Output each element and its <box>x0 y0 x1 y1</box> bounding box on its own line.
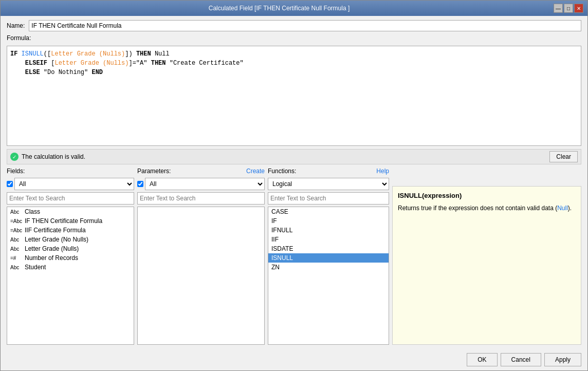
valid-checkmark-icon: ✓ <box>10 153 19 161</box>
info-panel: ISNULL(expression) Returns true if the e… <box>392 168 581 345</box>
close-button[interactable]: ✕ <box>574 4 583 13</box>
function-name: IF <box>271 217 277 225</box>
name-row: Name: <box>7 20 581 31</box>
params-label: Parameters: <box>137 168 171 175</box>
field-name: Student <box>25 264 46 271</box>
fields-label: Fields: <box>7 168 25 175</box>
function-name: IIF <box>271 236 279 243</box>
field-type-icon: Abc <box>10 246 23 252</box>
calculated-field-dialog: Calculated Field [IF THEN Certificate Nu… <box>0 0 588 371</box>
function-name: IFNULL <box>271 227 292 234</box>
list-item[interactable]: ISDATE <box>268 244 389 253</box>
field-name: IIF Certificate Formula <box>25 227 86 234</box>
field-type-icon: =Abc <box>10 228 23 233</box>
fields-panel: Fields: All Abc Class =Abc IF <box>7 168 134 345</box>
fields-filter-select[interactable]: All <box>14 178 134 190</box>
function-name: ZN <box>271 264 280 271</box>
functions-list: CASE IF IFNULL IIF ISDATE ISNU <box>268 207 389 345</box>
params-all-checkbox[interactable] <box>137 181 143 187</box>
field-name: IF THEN Certificate Formula <box>25 217 102 225</box>
footer: OK Cancel Apply <box>1 349 587 370</box>
params-filter-select[interactable]: All <box>145 178 265 190</box>
ok-button[interactable]: OK <box>467 353 497 366</box>
list-item[interactable]: CASE <box>268 207 389 216</box>
info-panel-content: ISNULL(expression) Returns true if the e… <box>392 186 581 345</box>
apply-button[interactable]: Apply <box>544 353 581 366</box>
list-item[interactable]: Abc Class <box>7 207 134 216</box>
list-item[interactable]: Abc Letter Grade (No Nulls) <box>7 235 134 244</box>
formula-label: Formula: <box>7 34 581 42</box>
function-name: CASE <box>271 208 288 215</box>
function-name: ISDATE <box>271 245 293 252</box>
title-bar-controls: — □ ✕ <box>554 4 583 13</box>
field-type-icon: Abc <box>10 237 23 243</box>
params-list <box>137 207 265 345</box>
params-panel-header: Parameters: Create <box>137 168 265 175</box>
list-item[interactable]: ZN <box>268 263 389 272</box>
list-item[interactable]: IF <box>268 216 389 226</box>
fields-filter-row: All <box>7 178 134 190</box>
field-type-icon: Abc <box>10 209 23 215</box>
info-description: Returns true if the expression does not … <box>398 203 576 213</box>
null-link[interactable]: Null <box>557 205 568 212</box>
minimize-button[interactable]: — <box>554 4 563 13</box>
list-item[interactable]: Abc Student <box>7 263 134 272</box>
function-name: ISNULL <box>271 254 293 262</box>
status-valid: ✓ The calculation is valid. <box>10 153 85 161</box>
functions-panel: Functions: Help Logical CASE IF IFNULL <box>268 168 389 345</box>
name-label: Name: <box>7 22 25 29</box>
list-item[interactable]: Abc Letter Grade (Nulls) <box>7 244 134 253</box>
fields-list: Abc Class =Abc IF THEN Certificate Formu… <box>7 207 134 345</box>
name-input[interactable] <box>29 20 581 31</box>
info-function-name: ISNULL(expression) <box>398 192 576 199</box>
field-type-icon: Abc <box>10 265 23 270</box>
window-title: Calculated Field [IF THEN Certificate Nu… <box>5 5 554 12</box>
params-search-input[interactable] <box>137 192 265 205</box>
list-item[interactable]: IFNULL <box>268 226 389 235</box>
dialog-content: Name: Formula: IF ISNULL([Letter Grade (… <box>1 16 587 349</box>
field-name: Letter Grade (No Nulls) <box>25 236 88 243</box>
list-item[interactable]: =# Number of Records <box>7 253 134 263</box>
clear-button[interactable]: Clear <box>549 151 578 162</box>
field-name: Number of Records <box>25 254 78 262</box>
cancel-button[interactable]: Cancel <box>501 353 541 366</box>
field-name: Letter Grade (Nulls) <box>25 245 79 252</box>
panels-row: Fields: All Abc Class =Abc IF <box>7 168 581 345</box>
functions-label: Functions: <box>268 168 296 175</box>
list-item[interactable]: IIF <box>268 235 389 244</box>
list-item-selected[interactable]: ISNULL <box>268 253 389 263</box>
valid-text: The calculation is valid. <box>22 153 85 160</box>
field-type-icon: =Abc <box>10 218 23 224</box>
functions-panel-header: Functions: Help <box>268 168 389 175</box>
fields-search-input[interactable] <box>7 192 134 205</box>
fields-panel-header: Fields: <box>7 168 134 175</box>
status-bar: ✓ The calculation is valid. Clear <box>7 149 581 164</box>
formula-editor[interactable]: IF ISNULL([Letter Grade (Nulls)]) THEN N… <box>7 46 581 146</box>
list-item[interactable]: =Abc IIF Certificate Formula <box>7 226 134 235</box>
help-link[interactable]: Help <box>376 168 389 175</box>
maximize-button[interactable]: □ <box>564 4 573 13</box>
field-type-icon: =# <box>10 255 23 261</box>
field-name: Class <box>25 208 40 215</box>
functions-filter-select[interactable]: Logical <box>268 178 389 190</box>
params-panel: Parameters: Create All <box>137 168 265 345</box>
params-filter-row: All <box>137 178 265 190</box>
title-bar: Calculated Field [IF THEN Certificate Nu… <box>1 1 587 16</box>
list-item[interactable]: =Abc IF THEN Certificate Formula <box>7 216 134 226</box>
functions-search-input[interactable] <box>268 192 389 205</box>
create-link[interactable]: Create <box>246 168 265 175</box>
fields-all-checkbox[interactable] <box>7 181 13 187</box>
